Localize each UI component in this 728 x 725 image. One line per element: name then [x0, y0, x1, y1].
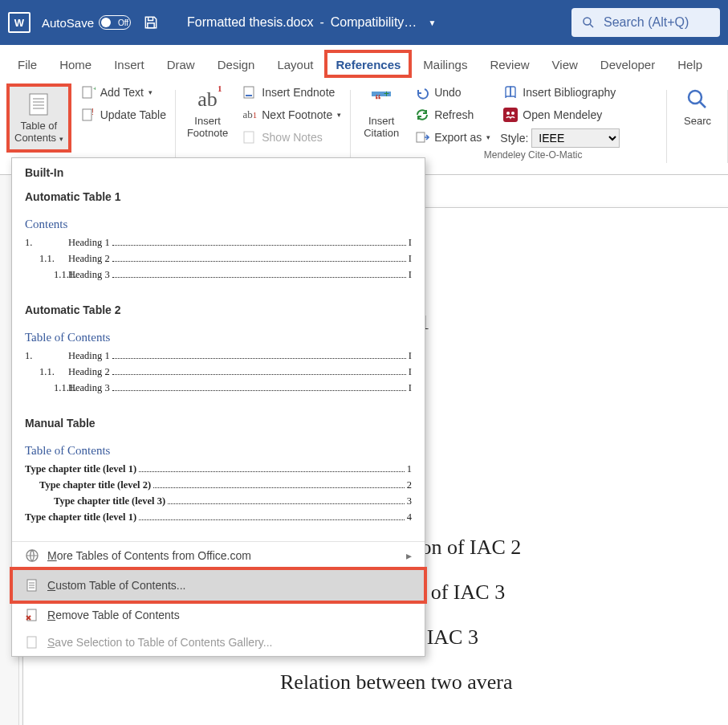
- show-notes-button: Show Notes: [239, 128, 344, 146]
- dropdown-section-builtin: Built-In: [12, 158, 425, 175]
- search-button[interactable]: Searc: [673, 83, 722, 131]
- svg-point-19: [506, 112, 510, 115]
- export-as-button[interactable]: Export as ▾: [412, 128, 494, 146]
- refresh-icon: [415, 108, 429, 122]
- citation-icon: “+: [368, 87, 394, 112]
- search-icon: [581, 15, 596, 30]
- chevron-down-icon: ▾: [59, 135, 63, 143]
- table-of-contents-button[interactable]: Table of Contents ▾: [6, 83, 71, 153]
- tab-review[interactable]: Review: [478, 50, 540, 78]
- tab-file[interactable]: File: [6, 50, 48, 78]
- svg-rect-7: [83, 87, 92, 98]
- insert-footnote-button[interactable]: ab Insert Footnote: [182, 83, 233, 143]
- svg-rect-18: [503, 108, 518, 122]
- insert-endnote-button[interactable]: Insert Endnote: [239, 83, 344, 101]
- open-mendeley-button[interactable]: Open Mendeley: [500, 106, 620, 124]
- tab-layout[interactable]: Layout: [266, 50, 324, 78]
- search-input[interactable]: Search (Alt+Q): [571, 8, 720, 37]
- title-bar: W AutoSave Off Formatted thesis.docx - C…: [0, 0, 728, 45]
- chevron-down-icon[interactable]: ▼: [428, 18, 436, 27]
- chevron-down-icon: ▾: [148, 88, 153, 96]
- tab-developer[interactable]: Developer: [589, 50, 666, 78]
- autosave-control[interactable]: AutoSave Off: [42, 15, 131, 30]
- tab-insert[interactable]: Insert: [103, 50, 156, 78]
- document-title[interactable]: Formatted thesis.docx - Compatibility… ▼: [187, 15, 436, 30]
- update-table-button[interactable]: ! Update Table: [78, 106, 169, 124]
- next-footnote-button[interactable]: ab1 Next Footnote ▾: [239, 106, 344, 124]
- group-research: Searc: [667, 79, 728, 174]
- add-text-icon: +: [81, 85, 96, 100]
- bibliography-icon: [503, 85, 518, 100]
- footnote-icon: ab: [195, 87, 221, 112]
- tab-design[interactable]: Design: [206, 50, 266, 78]
- undo-button[interactable]: Undo: [412, 83, 494, 101]
- undo-icon: [415, 85, 429, 100]
- tab-references[interactable]: References: [324, 50, 412, 78]
- toc-icon: [26, 92, 51, 117]
- svg-point-21: [689, 91, 702, 104]
- show-notes-icon: [242, 130, 257, 145]
- tab-mailings[interactable]: Mailings: [412, 50, 478, 78]
- style-selector[interactable]: Style: IEEE: [500, 128, 620, 148]
- autosave-label: AutoSave: [42, 16, 94, 30]
- mendeley-icon: [503, 108, 518, 122]
- endnote-icon: [242, 85, 257, 100]
- next-footnote-icon: ab1: [242, 108, 257, 122]
- add-text-button[interactable]: + Add Text ▾: [78, 83, 169, 101]
- word-app-icon: W: [8, 12, 31, 33]
- svg-text:+: +: [384, 88, 389, 100]
- tab-home[interactable]: Home: [48, 50, 103, 78]
- svg-rect-0: [148, 23, 154, 28]
- svg-rect-13: [244, 132, 254, 143]
- svg-text:!: !: [92, 108, 94, 116]
- svg-point-20: [511, 112, 514, 115]
- search-icon: [685, 87, 710, 112]
- svg-text:+: +: [93, 85, 96, 92]
- tab-help[interactable]: Help: [666, 50, 714, 78]
- save-icon[interactable]: [142, 14, 160, 31]
- svg-rect-9: [83, 109, 92, 120]
- svg-point-1: [584, 18, 591, 25]
- tab-draw[interactable]: Draw: [156, 50, 206, 78]
- svg-rect-17: [417, 132, 425, 142]
- toc-dropdown: Built-In Automatic Table 1 Contents 1.He…: [11, 157, 425, 175]
- svg-text:“: “: [375, 93, 381, 107]
- refresh-button[interactable]: Refresh: [412, 106, 494, 124]
- ribbon-tabs: File Home Insert Draw Design Layout Refe…: [0, 45, 728, 79]
- chevron-down-icon: ▾: [337, 111, 341, 119]
- style-dropdown[interactable]: IEEE: [531, 128, 620, 148]
- update-table-icon: !: [81, 108, 96, 122]
- export-icon: [415, 130, 429, 145]
- tab-view[interactable]: View: [541, 50, 589, 78]
- svg-rect-2: [30, 94, 47, 115]
- insert-bibliography-button[interactable]: Insert Bibliography: [500, 83, 620, 101]
- autosave-toggle-icon[interactable]: Off: [99, 15, 131, 30]
- insert-citation-button[interactable]: “+ Insert Citation: [357, 83, 405, 143]
- chevron-down-icon: ▾: [486, 133, 490, 141]
